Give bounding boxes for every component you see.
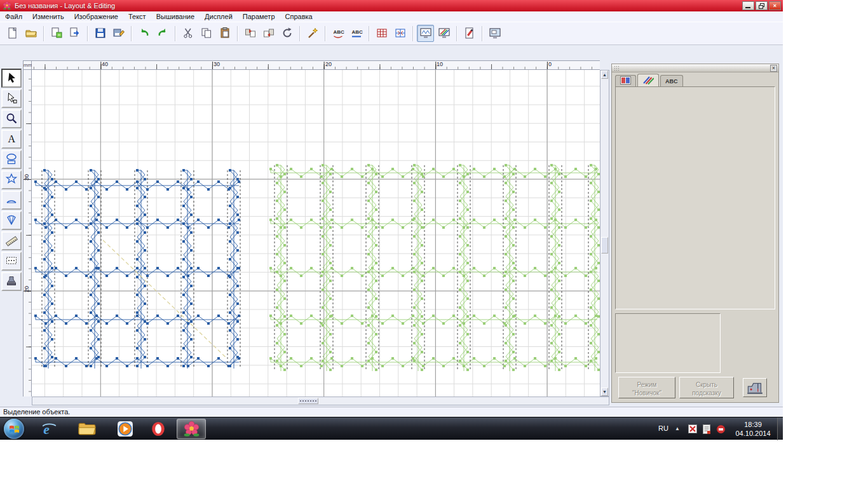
- stamp-tool[interactable]: [1, 272, 22, 291]
- hide-hint-button[interactable]: Скрыть подсказку: [679, 377, 734, 398]
- star-shape-tool-icon: [5, 173, 18, 187]
- star-shape-tool[interactable]: [1, 170, 22, 189]
- text-attributes-tab[interactable]: ABC: [660, 75, 683, 86]
- arc-shape-tool[interactable]: [1, 191, 22, 210]
- menu-edit[interactable]: Изменить: [27, 12, 69, 21]
- svg-text:ABC: ABC: [333, 29, 344, 35]
- text-attributes-button[interactable]: ABC: [348, 25, 365, 42]
- tray-expand-icon[interactable]: ▲: [675, 426, 680, 431]
- window-controls: ×: [742, 1, 781, 10]
- save-as-icon: [112, 27, 125, 41]
- reference-window-button[interactable]: [486, 25, 503, 42]
- import-from-card-button[interactable]: [66, 25, 83, 42]
- start-button[interactable]: [4, 419, 24, 439]
- new-document-button[interactable]: [4, 25, 21, 42]
- send-backward-button[interactable]: [260, 25, 277, 42]
- beginner-mode-button[interactable]: Режим "Новичок": [618, 377, 675, 398]
- clock-date: 04.10.2014: [731, 429, 775, 438]
- swap-colors-button[interactable]: [391, 25, 409, 42]
- tray-icon-status[interactable]: [715, 424, 726, 434]
- tray-icon-red-badge[interactable]: [688, 424, 698, 434]
- menu-sewing[interactable]: Вышивание: [151, 12, 200, 21]
- cut-button[interactable]: [179, 25, 196, 42]
- app-flower-icon: [3, 1, 11, 10]
- stitch-view-button[interactable]: [417, 25, 434, 42]
- taskbar-media-player[interactable]: [111, 419, 140, 439]
- svg-text:A: A: [8, 133, 16, 144]
- close-button[interactable]: ×: [769, 1, 781, 10]
- open-design-button[interactable]: [22, 25, 39, 42]
- bring-forward-button[interactable]: [241, 25, 259, 42]
- save-button[interactable]: [92, 25, 109, 42]
- horizontal-ruler: 403020100: [32, 60, 600, 70]
- taskbar-clock[interactable]: 18:39 04.10.2014: [731, 420, 775, 438]
- horizontal-scroll-thumb[interactable]: [298, 398, 318, 404]
- svg-text:ABC: ABC: [351, 29, 363, 35]
- magic-wand-icon: [306, 27, 319, 41]
- panel-title-bar[interactable]: ×: [612, 64, 778, 72]
- menu-text[interactable]: Текст: [123, 12, 151, 21]
- text-fit-arc-button[interactable]: ABC: [329, 25, 346, 42]
- menu-display[interactable]: Дисплей: [200, 12, 238, 21]
- restore-button[interactable]: [756, 1, 768, 10]
- thread-color-tab[interactable]: [615, 75, 636, 86]
- point-edit-tool[interactable]: [1, 89, 22, 108]
- redo-button[interactable]: [154, 25, 171, 42]
- select-tool[interactable]: [1, 69, 22, 88]
- zoom-tool[interactable]: [1, 109, 22, 128]
- window-title: Без названия - Layout & Editing: [15, 2, 115, 10]
- vertical-scrollbar[interactable]: ▲ ▼: [600, 70, 609, 396]
- text-attributes-icon: ABC: [350, 27, 363, 41]
- menu-help[interactable]: Справка: [280, 12, 318, 21]
- paste-button[interactable]: [216, 25, 233, 42]
- scroll-up-button[interactable]: ▲: [601, 71, 608, 79]
- tray-icon-document[interactable]: [702, 424, 712, 434]
- design-canvas[interactable]: [32, 70, 600, 396]
- save-as-button[interactable]: [110, 25, 127, 42]
- panel-grip-icon[interactable]: [614, 65, 620, 71]
- folder-icon: [78, 422, 96, 436]
- stitch-to-block-button[interactable]: [373, 25, 390, 42]
- import-from-library-button[interactable]: [48, 25, 65, 42]
- manual-punch-tool[interactable]: [1, 252, 22, 271]
- measure-tool[interactable]: [1, 231, 22, 250]
- stitch-attributes-tab[interactable]: [637, 74, 659, 86]
- oval-shape-tool[interactable]: [1, 150, 22, 169]
- sewing-machine-button[interactable]: [743, 378, 767, 397]
- horizontal-scrollbar[interactable]: [32, 396, 609, 405]
- menu-image[interactable]: Изображение: [69, 12, 123, 21]
- taskbar-explorer[interactable]: [72, 419, 102, 439]
- show-desktop-button[interactable]: [777, 417, 783, 440]
- stamp-tool-icon: [5, 274, 18, 288]
- sewing-order-button[interactable]: [461, 25, 478, 42]
- minimize-button[interactable]: [742, 1, 754, 10]
- save-icon: [94, 27, 107, 41]
- status-text: Выделение объекта.: [3, 408, 70, 416]
- main-toolbar: ABCABC: [0, 22, 783, 45]
- fan-shape-tool-icon: [5, 214, 18, 227]
- menu-option[interactable]: Параметр: [238, 12, 280, 21]
- copy-button[interactable]: [198, 25, 215, 42]
- keyboard-language-indicator[interactable]: RU: [658, 424, 668, 432]
- rotate-button[interactable]: [278, 25, 295, 42]
- oval-shape-tool-icon: [5, 152, 18, 166]
- magic-wand-button[interactable]: [304, 25, 321, 42]
- ruler-label-30mm: 30: [214, 61, 220, 67]
- fan-shape-tool[interactable]: [1, 211, 22, 230]
- scroll-down-button[interactable]: ▼: [601, 388, 608, 396]
- menu-file[interactable]: Файл: [0, 12, 27, 21]
- ruler-label-10mm: 10: [437, 61, 443, 67]
- taskbar-layout-editing[interactable]: [177, 419, 206, 439]
- sewing-attributes-panel: × ABC Режим "Новичок" Скрыть подсказку: [611, 64, 779, 403]
- screen: Без названия - Layout & Editing × ФайлИз…: [0, 0, 868, 488]
- realistic-view-button[interactable]: [435, 25, 452, 42]
- undo-button[interactable]: [135, 25, 153, 42]
- taskbar-internet-explorer[interactable]: e: [34, 419, 64, 439]
- text-tool[interactable]: A: [1, 130, 22, 149]
- layout-editing-flower-icon: [183, 421, 200, 438]
- ruler-vlabel-20mm: 20: [24, 286, 30, 292]
- panel-close-icon[interactable]: ×: [770, 65, 777, 72]
- vertical-scroll-thumb[interactable]: [601, 237, 608, 254]
- windows-flag-icon: [10, 425, 19, 433]
- taskbar-opera[interactable]: [144, 419, 173, 439]
